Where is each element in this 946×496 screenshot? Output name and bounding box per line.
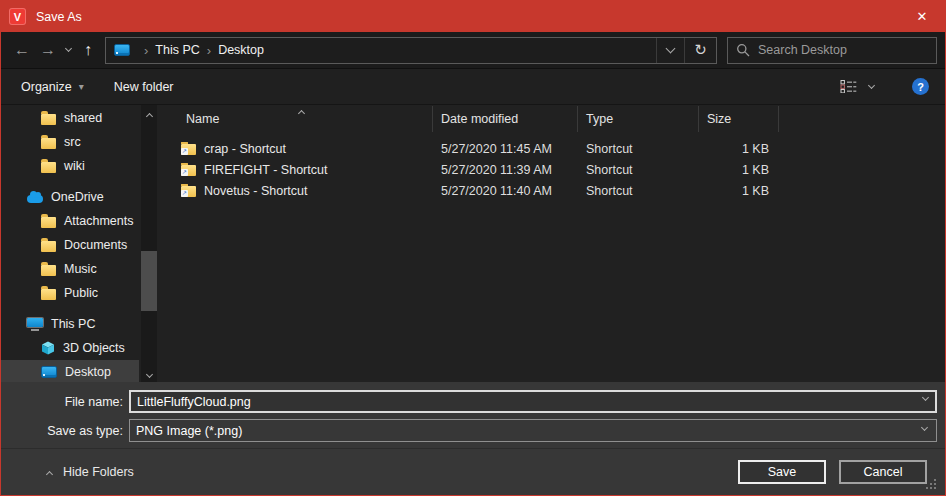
- sidebar-item-src[interactable]: src: [1, 130, 139, 154]
- save-button[interactable]: Save: [738, 460, 826, 484]
- recent-locations-button[interactable]: [61, 37, 75, 63]
- dialog-buttons: Save Cancel: [738, 460, 927, 484]
- toolbar: Organize ▾ New folder ?: [1, 68, 945, 104]
- back-button[interactable]: ←: [9, 37, 35, 63]
- resize-grip[interactable]: [934, 487, 936, 489]
- refresh-icon: ↻: [694, 41, 707, 59]
- search-icon: [736, 43, 750, 57]
- search-box[interactable]: [727, 37, 937, 64]
- column-header-date-modified[interactable]: Date modified: [433, 106, 578, 132]
- breadcrumb-this-pc[interactable]: This PC: [155, 43, 199, 57]
- sidebar-item-label: Documents: [64, 238, 127, 252]
- address-bar-controls: ↻: [656, 38, 716, 63]
- close-button[interactable]: ✕: [899, 1, 945, 32]
- folder-icon: [41, 265, 56, 276]
- up-button[interactable]: ↑: [75, 37, 101, 63]
- cube-icon: [41, 341, 55, 355]
- folder-icon: [41, 241, 56, 252]
- sidebar-item-documents[interactable]: Documents: [1, 233, 139, 257]
- cancel-button[interactable]: Cancel: [839, 460, 927, 484]
- sidebar-item-label: shared: [64, 111, 102, 125]
- folder-icon: [41, 289, 56, 300]
- forward-icon: →: [40, 41, 56, 59]
- sidebar-item-attachments[interactable]: Attachments: [1, 209, 139, 233]
- chevron-up-icon: [46, 470, 53, 477]
- sidebar-item-label: 3D Objects: [63, 341, 125, 355]
- app-icon: V: [9, 8, 26, 25]
- window-title: Save As: [36, 10, 82, 24]
- folder-icon: [41, 114, 56, 125]
- column-header-blank: [779, 106, 945, 132]
- sidebar-item-label: This PC: [51, 317, 95, 331]
- sidebar-item-label: Desktop: [65, 365, 111, 379]
- file-size: 1 KB: [699, 184, 779, 198]
- chevron-down-icon: [921, 424, 928, 431]
- file-name-label: File name:: [1, 395, 123, 409]
- folder-icon: [41, 162, 56, 173]
- file-size: 1 KB: [699, 142, 779, 156]
- hide-folders-button[interactable]: Hide Folders: [47, 465, 134, 479]
- organize-button[interactable]: Organize ▾: [21, 80, 84, 94]
- view-options-chevron[interactable]: [868, 81, 875, 88]
- sidebar-scrollbar[interactable]: [141, 105, 157, 382]
- sidebar-item-3d-objects[interactable]: 3D Objects: [1, 336, 139, 360]
- sidebar-item-wiki[interactable]: wiki: [1, 154, 139, 178]
- sidebar-group-gap: [1, 305, 161, 312]
- onedrive-cloud-icon: [27, 195, 43, 203]
- sidebar-item-label: Music: [64, 262, 97, 276]
- address-dropdown-button[interactable]: [656, 38, 684, 63]
- breadcrumb-desktop[interactable]: Desktop: [218, 43, 264, 57]
- scroll-down-button[interactable]: [141, 375, 157, 377]
- hide-folders-label: Hide Folders: [63, 465, 134, 479]
- sidebar-item-label: Public: [64, 286, 98, 300]
- sidebar-group-gap: [1, 178, 161, 185]
- column-header-size[interactable]: Size: [699, 106, 779, 132]
- sidebar-item-label: wiki: [64, 159, 85, 173]
- file-list: Name Date modified Type Size crap - Shor…: [161, 105, 945, 382]
- file-row-firefight-shortcut[interactable]: FIREFIGHT - Shortcut 5/27/2020 11:39 AM …: [161, 159, 945, 180]
- column-header-name[interactable]: Name: [161, 106, 433, 132]
- file-name-input[interactable]: [129, 390, 937, 413]
- shortcut-folder-icon: [181, 165, 196, 176]
- sidebar-item-public[interactable]: Public: [1, 281, 139, 305]
- file-row-novetus-shortcut[interactable]: Novetus - Shortcut 5/27/2020 11:40 AM Sh…: [161, 180, 945, 201]
- details-view-button[interactable]: [840, 80, 857, 93]
- chevron-down-icon: [145, 371, 152, 378]
- toolbar-right: ?: [840, 78, 929, 95]
- file-name: FIREFIGHT - Shortcut: [204, 163, 327, 177]
- forward-button[interactable]: →: [35, 37, 61, 63]
- navigation-pane: shared src wiki OneDrive Attachments D: [1, 105, 161, 382]
- file-name: Novetus - Shortcut: [204, 184, 308, 198]
- organize-label: Organize: [21, 80, 72, 94]
- save-as-type-select[interactable]: PNG Image (*.png): [129, 419, 937, 442]
- file-size: 1 KB: [699, 163, 779, 177]
- file-row-crap-shortcut[interactable]: crap - Shortcut 5/27/2020 11:45 AM Short…: [161, 138, 945, 159]
- column-header-type[interactable]: Type: [578, 106, 699, 132]
- sidebar-item-shared[interactable]: shared: [1, 106, 139, 130]
- sidebar-item-this-pc[interactable]: This PC: [1, 312, 139, 336]
- column-headers: Name Date modified Type Size: [161, 105, 945, 133]
- desktop-icon: [41, 366, 57, 378]
- search-input[interactable]: [758, 43, 928, 57]
- sidebar-item-music[interactable]: Music: [1, 257, 139, 281]
- file-name-panel: File name: Save as type: PNG Image (*.pn…: [1, 382, 945, 448]
- folder-icon: [41, 138, 56, 149]
- help-button[interactable]: ?: [912, 78, 929, 95]
- chevron-down-icon: [64, 45, 71, 52]
- refresh-button[interactable]: ↻: [684, 38, 716, 63]
- shortcut-folder-icon: [181, 144, 196, 155]
- sidebar-item-label: Attachments: [64, 214, 133, 228]
- close-icon: ✕: [917, 9, 928, 24]
- sidebar-item-label: src: [64, 135, 81, 149]
- location-icon-wrap: [106, 44, 137, 56]
- new-folder-label: New folder: [114, 80, 174, 94]
- scrollbar-thumb[interactable]: [141, 251, 157, 311]
- sidebar-item-onedrive[interactable]: OneDrive: [1, 185, 139, 209]
- scroll-up-button[interactable]: [141, 110, 157, 119]
- sidebar-item-desktop[interactable]: Desktop: [1, 360, 139, 382]
- file-rows: crap - Shortcut 5/27/2020 11:45 AM Short…: [161, 138, 945, 201]
- caret-down-icon: ▾: [79, 81, 84, 92]
- footer: Hide Folders Save Cancel: [1, 448, 945, 495]
- new-folder-button[interactable]: New folder: [114, 80, 174, 94]
- address-bar[interactable]: › This PC › Desktop ↻: [105, 37, 717, 64]
